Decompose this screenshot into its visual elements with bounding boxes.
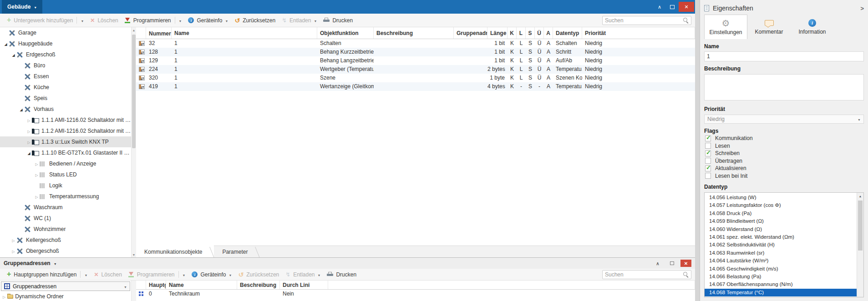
chevron-down-icon[interactable] <box>179 17 182 24</box>
toolbar-button[interactable]: Programmieren <box>125 269 189 280</box>
datatype-option[interactable]: 14.066 Belastung (Pa) <box>705 273 863 281</box>
column-header-beschreibung[interactable]: Beschreibung <box>374 27 454 39</box>
tree-item[interactable]: Wohnzimmer <box>0 224 131 235</box>
datatype-option[interactable]: 14.058 Druck (Pa) <box>705 210 863 217</box>
column-header-a[interactable]: A <box>544 27 553 39</box>
chevron-right-icon[interactable] <box>860 5 864 12</box>
maximize-panel-button[interactable] <box>666 2 679 12</box>
datatype-option[interactable]: 14.067 Oberflächenspannung (N/m) <box>705 281 863 288</box>
dynamic-folders-item[interactable]: Dynamische Ordner <box>0 292 131 301</box>
maximize-panel-button[interactable] <box>666 260 677 267</box>
toolbar-button[interactable]: Geräteinfo <box>188 269 235 280</box>
view-tab[interactable]: Kommunikationsobjekte <box>136 246 214 257</box>
expander[interactable] <box>3 40 9 47</box>
expander[interactable] <box>10 248 16 254</box>
tree-item[interactable]: Bedienen / Anzeige <box>0 158 131 169</box>
datatype-option[interactable]: 14.060 Widerstand (Ω) <box>705 226 863 233</box>
scrollbar-thumb[interactable] <box>858 201 863 251</box>
expander[interactable] <box>26 128 32 134</box>
table-row[interactable]: 32 1 Schalten 1 bit K L S Ü A Schalten N… <box>136 39 695 48</box>
tree-item[interactable]: Essen <box>0 71 131 82</box>
column-header-beschreibung[interactable]: Beschreibung <box>237 281 280 289</box>
column-header-datentyp[interactable]: Datentyp <box>553 27 582 39</box>
tree-item[interactable]: WC (1) <box>0 213 131 224</box>
panel-tab-gebaeude[interactable]: Gebäude <box>2 0 42 14</box>
table-row[interactable]: 129 1 Behang Langzeitbetrieb 1 bit K L S… <box>136 56 695 65</box>
toolbar-button[interactable]: Löschen <box>87 15 121 26</box>
checkbox[interactable] <box>705 135 711 141</box>
chevron-down-icon[interactable] <box>225 17 228 24</box>
scrollbar-thumb[interactable] <box>132 35 136 148</box>
tree-item[interactable]: Küche <box>0 82 131 93</box>
scroll-down-icon[interactable]: ▼ <box>132 252 136 257</box>
datatype-option[interactable]: 14.063 Raumwinkel (sr) <box>705 249 863 257</box>
tree-item[interactable]: Kellergeschoß <box>0 235 131 246</box>
tree-item[interactable]: 1.1.2 AMI-1216.02 Schaltaktor mit Stro..… <box>0 125 131 136</box>
view-tab[interactable]: Parameter <box>214 246 259 258</box>
toolbar-button[interactable]: Zurücksetzen <box>231 15 279 26</box>
tree-item[interactable]: Büro <box>0 60 131 71</box>
scroll-up-icon[interactable]: ▲ <box>132 27 136 33</box>
checkbox[interactable] <box>705 150 711 156</box>
column-header-ue[interactable]: Ü <box>535 27 544 39</box>
tree-item[interactable]: Logik <box>0 180 131 191</box>
flag-row[interactable]: Kommunikation <box>704 135 864 142</box>
properties-tab[interactable]: Einstellungen <box>704 15 747 39</box>
datatype-option[interactable]: 14.065 Geschwindigkeit (m/s) <box>705 265 863 273</box>
properties-tab[interactable]: Kommentar <box>747 15 791 39</box>
datatype-option[interactable]: 14.062 Selbstinduktivität (H) <box>705 241 863 249</box>
toolbar-button[interactable]: Drucken <box>320 15 356 26</box>
search-box[interactable] <box>602 270 691 279</box>
chevron-down-icon[interactable] <box>318 271 321 278</box>
table-row[interactable]: 0 Technikraum Nein <box>136 290 695 298</box>
tree-item[interactable]: Erdgeschoß <box>0 49 131 60</box>
column-header-name[interactable]: Name <box>166 281 237 289</box>
column-header-hauptgruppe[interactable]: Hauptgru <box>146 281 166 289</box>
column-header-prioritaet[interactable]: Priorität <box>582 27 695 39</box>
description-field[interactable] <box>704 74 864 100</box>
chevron-down-icon[interactable] <box>124 283 127 290</box>
tree-item[interactable]: 1.1.1 AMI-1216.02 Schaltaktor mit Stro..… <box>0 115 131 125</box>
expander[interactable] <box>10 51 16 58</box>
toolbar-button[interactable]: Entladen <box>282 269 324 280</box>
scroll-up-icon[interactable]: ▲ <box>857 193 863 200</box>
expander[interactable] <box>18 106 24 112</box>
expander[interactable] <box>26 150 32 156</box>
tree-item[interactable]: Vorhaus <box>0 104 131 115</box>
chevron-down-icon[interactable] <box>183 271 186 278</box>
column-header-name[interactable]: Name <box>172 27 317 39</box>
tree-item[interactable]: 1.1.10 BE-GT2Tx.01 Glastaster II Smart..… <box>0 147 131 158</box>
tree-item[interactable]: Obergeschoß <box>0 246 131 256</box>
tree-item[interactable]: Garage <box>0 27 131 38</box>
datatype-option[interactable]: 14.064 Lautstärke (W/m²) <box>705 257 863 265</box>
tree-scrollbar[interactable]: ▲ ▼ <box>131 27 136 257</box>
chevron-down-icon[interactable] <box>81 17 84 24</box>
expander[interactable] <box>34 161 40 167</box>
column-header-nummer[interactable]: Nummer <box>146 27 172 39</box>
column-header-k[interactable]: K <box>508 27 517 39</box>
checkbox[interactable] <box>705 158 711 164</box>
expander[interactable] <box>34 171 40 178</box>
expander[interactable] <box>34 193 40 200</box>
column-header-gruppenadresse[interactable]: Gruppenadre: <box>454 27 487 39</box>
toolbar-button[interactable]: Hauptgruppen hinzufügen <box>4 269 91 280</box>
name-field[interactable] <box>704 51 864 61</box>
checkbox[interactable] <box>705 166 711 171</box>
toolbar-button[interactable]: Zurücksetzen <box>235 269 282 280</box>
datatype-option[interactable]: 14.068 Temperatur (°C) <box>705 289 863 296</box>
checkbox[interactable] <box>705 173 711 179</box>
table-row[interactable]: 128 1 Behang Kurzzeitbetrieb 1 bit K L S… <box>136 48 695 56</box>
properties-tab[interactable]: Information <box>791 15 834 39</box>
tree-item[interactable]: 1.1.3 u::Lux Switch KNX TP <box>0 136 131 147</box>
close-panel-button[interactable] <box>679 2 694 12</box>
column-header-laenge[interactable]: Länge <box>487 27 508 39</box>
toolbar-button[interactable]: Geräteinfo <box>185 15 231 26</box>
flag-row[interactable]: Lesen bei Init <box>704 172 864 180</box>
chevron-down-icon[interactable] <box>314 17 317 24</box>
expander[interactable] <box>26 117 32 123</box>
collapse-panel-button[interactable] <box>652 260 663 267</box>
datatype-option[interactable]: 14.061 spez. elekt. Widerstand (Ωm) <box>705 233 863 241</box>
tree-item[interactable]: Haupgebäude <box>0 38 131 49</box>
datatype-option[interactable]: 14.069 Absoluttemperatur (°C) <box>705 296 863 297</box>
column-header-objektfunktion[interactable]: Objektfunktion <box>317 27 374 39</box>
